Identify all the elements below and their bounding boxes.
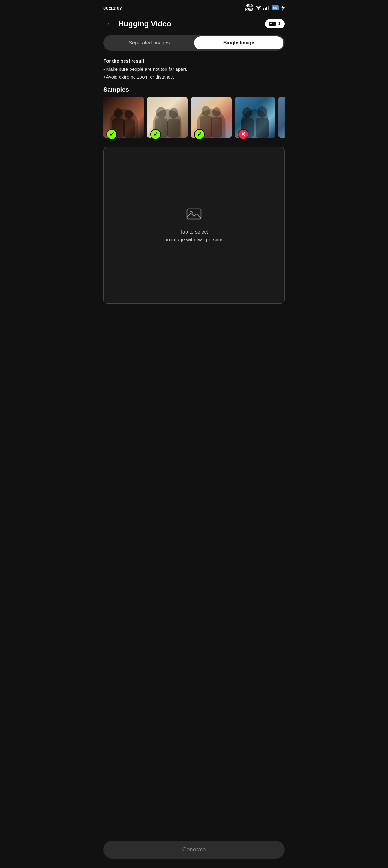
svg-rect-23: [211, 117, 223, 138]
upload-text: Tap to select an image with two persons: [164, 228, 223, 244]
instruction-point-2: • Avoid extreme zoom or distance.: [103, 74, 174, 80]
sample-status-badge-3: ✓: [194, 129, 205, 139]
svg-point-15: [156, 107, 166, 118]
instructions: For the best result: • Make sure people …: [97, 57, 291, 86]
instructions-title: For the best result:: [103, 58, 146, 64]
svg-point-6: [270, 23, 271, 24]
sample-item-1[interactable]: ✓: [103, 97, 144, 138]
header: ← Hugging Video 0: [97, 14, 291, 35]
back-button[interactable]: ←: [103, 18, 116, 30]
sample-item-4[interactable]: ✕: [235, 97, 276, 138]
svg-rect-8: [272, 24, 274, 24]
samples-title: Samples: [103, 86, 285, 93]
status-icons: 45.0KB/S 99: [245, 4, 285, 12]
signal-icon: [263, 5, 270, 10]
sample-item-5[interactable]: [279, 97, 285, 138]
network-speed: 45.0KB/S: [245, 4, 253, 12]
tab-switcher: Separated Images Single Image: [103, 35, 285, 51]
svg-point-25: [243, 107, 252, 118]
upload-text-line1: Tap to select: [164, 228, 223, 236]
sample-item-2[interactable]: ✓: [147, 97, 188, 138]
status-time: 06:11:07: [103, 5, 122, 11]
back-arrow-icon: ←: [106, 20, 113, 28]
sample-status-badge-1: ✓: [106, 129, 117, 139]
svg-point-12: [125, 110, 133, 119]
wifi-icon: [255, 5, 262, 10]
svg-point-22: [213, 107, 221, 117]
svg-rect-1: [265, 7, 266, 10]
svg-rect-18: [167, 119, 180, 138]
svg-rect-29: [279, 97, 285, 138]
token-badge[interactable]: 0: [265, 19, 285, 29]
samples-scroll: ✓: [103, 97, 285, 139]
svg-rect-13: [123, 119, 135, 138]
battery-badge: 99: [271, 5, 279, 10]
upload-area[interactable]: Tap to select an image with two persons: [103, 147, 285, 304]
svg-rect-28: [256, 118, 269, 138]
svg-rect-3: [267, 6, 268, 10]
page-title: Hugging Video: [118, 20, 265, 28]
sample-photo-5: [279, 97, 285, 138]
token-count: 0: [278, 21, 280, 27]
svg-rect-0: [263, 8, 264, 10]
tab-separated-images[interactable]: Separated Images: [104, 36, 194, 50]
svg-point-20: [201, 106, 210, 116]
instruction-point-1: • Make sure people are not too far apart…: [103, 66, 187, 72]
svg-point-10: [114, 108, 123, 118]
upload-image-icon: [187, 207, 201, 223]
sample-status-badge-2: ✓: [150, 129, 161, 139]
upload-text-line2: an image with two persons: [164, 236, 223, 244]
tab-single-image[interactable]: Single Image: [194, 36, 284, 50]
svg-point-27: [257, 106, 267, 118]
svg-rect-7: [272, 23, 274, 24]
svg-point-17: [169, 108, 179, 119]
samples-section: Samples: [97, 86, 291, 144]
svg-rect-2: [266, 7, 267, 10]
ticket-icon: [269, 22, 276, 26]
status-bar: 06:11:07 45.0KB/S 99: [97, 0, 291, 14]
svg-rect-32: [187, 209, 201, 219]
sample-status-badge-4: ✕: [238, 129, 249, 139]
sample-item-3[interactable]: ✓: [191, 97, 231, 138]
bolt-icon: [281, 5, 285, 11]
